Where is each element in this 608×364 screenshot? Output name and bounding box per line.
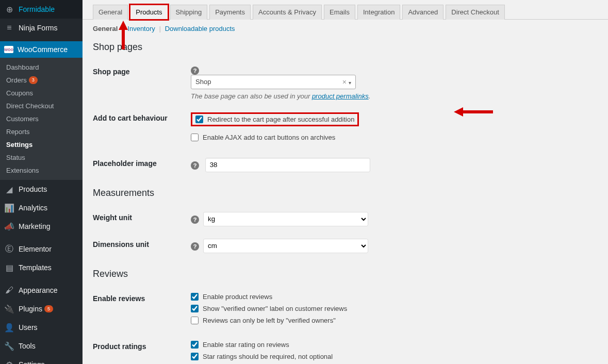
chart-icon: 📊 [4, 203, 14, 213]
submenu-extensions[interactable]: Extensions [0, 164, 83, 177]
wrench-icon: 🔧 [4, 341, 14, 351]
megaphone-icon: 📣 [4, 221, 14, 231]
star-rating-label: Enable star rating on reviews [203, 341, 289, 349]
label-dimensions-unit: Dimensions unit [83, 233, 186, 259]
help-icon[interactable]: ? [191, 161, 199, 170]
products-subtabs: General | Inventory | Downloadable produ… [93, 20, 608, 32]
annotation-arrow-checkbox [454, 107, 463, 117]
templates-icon: ▤ [4, 262, 14, 273]
settings-content: General Products Shipping Payments Accou… [83, 0, 608, 364]
section-title-shop-pages: Shop pages [93, 42, 608, 53]
tab-payments[interactable]: Payments [209, 5, 251, 20]
plugins-badge: 5 [44, 305, 53, 313]
shop-page-desc: The base page can also be used in your p… [191, 92, 603, 100]
woocommerce-icon: woo [4, 46, 13, 53]
weight-unit-select[interactable]: kg [203, 212, 368, 226]
sidebar-item-marketing[interactable]: 📣Marketing [0, 217, 83, 236]
submenu-dashboard[interactable]: Dashboard [0, 61, 83, 74]
enable-reviews-label: Enable product reviews [203, 293, 272, 301]
redirect-cart-checkbox[interactable] [195, 115, 203, 123]
star-required-checkbox[interactable] [191, 353, 199, 360]
user-icon: 👤 [4, 322, 14, 333]
tab-accounts-privacy[interactable]: Accounts & Privacy [253, 5, 322, 20]
admin-sidebar: ⊕Formidable ≡Ninja Forms wooWooCommerce … [0, 0, 83, 364]
ajax-cart-label: Enable AJAX add to cart buttons on archi… [203, 134, 335, 141]
star-required-label: Star ratings should be required, not opt… [203, 353, 333, 360]
placeholder-image-input[interactable] [205, 158, 370, 172]
annotation-arrow-tab [119, 21, 128, 30]
sidebar-item-tools[interactable]: 🔧Tools [0, 337, 83, 355]
tab-products[interactable]: Products [130, 5, 168, 20]
label-product-ratings: Product ratings [83, 335, 186, 364]
sidebar-item-ninja-forms[interactable]: ≡Ninja Forms [0, 19, 83, 37]
redirect-highlight: Redirect to the cart page after successf… [191, 112, 359, 126]
sidebar-item-appearance[interactable]: 🖌Appearance [0, 281, 83, 300]
sidebar-item-settings[interactable]: ⚙Settings [0, 355, 83, 364]
help-icon[interactable]: ? [191, 242, 199, 251]
submenu-orders[interactable]: Orders3 [0, 74, 83, 87]
formidable-icon: ⊕ [4, 4, 14, 14]
forms-icon: ≡ [4, 23, 14, 33]
label-shop-page: Shop page [83, 60, 186, 106]
subtab-general[interactable]: General [93, 25, 118, 32]
tab-general[interactable]: General [93, 5, 128, 20]
section-title-reviews: Reviews [93, 269, 608, 279]
submenu-status[interactable]: Status [0, 151, 83, 164]
elementor-icon: Ⓔ [4, 244, 14, 254]
tab-direct-checkout[interactable]: Direct Checkout [446, 5, 504, 20]
sidebar-item-users[interactable]: 👤Users [0, 318, 83, 337]
verified-label-label: Show "verified owner" label on customer … [203, 305, 347, 312]
redirect-cart-label: Redirect to the cart page after successf… [207, 115, 354, 123]
subtab-downloadable[interactable]: Downloadable products [165, 25, 235, 32]
submenu-direct-checkout[interactable]: Direct Checkout [0, 100, 83, 112]
ajax-cart-checkbox[interactable] [191, 134, 199, 141]
section-title-measurements: Measurements [93, 188, 608, 198]
dimensions-unit-select[interactable]: cm [203, 239, 368, 253]
help-icon[interactable]: ? [191, 67, 199, 75]
sidebar-item-templates[interactable]: ▤Templates [0, 258, 83, 277]
tab-shipping[interactable]: Shipping [170, 5, 208, 20]
woocommerce-submenu: Dashboard Orders3 Coupons Direct Checkou… [0, 58, 83, 180]
products-icon: ◢ [4, 184, 14, 194]
label-placeholder-image: Placeholder image [83, 152, 186, 178]
submenu-customers[interactable]: Customers [0, 112, 83, 125]
label-enable-reviews: Enable reviews [83, 287, 186, 335]
star-rating-checkbox[interactable] [191, 341, 199, 349]
permalinks-link[interactable]: product permalinks [312, 92, 369, 100]
tab-advanced[interactable]: Advanced [402, 5, 443, 20]
gear-icon: ⚙ [4, 359, 14, 364]
label-weight-unit: Weight unit [83, 206, 186, 233]
sidebar-item-products[interactable]: ◢Products [0, 180, 83, 198]
sidebar-item-elementor[interactable]: ⒺElementor [0, 240, 83, 258]
tab-emails[interactable]: Emails [324, 5, 355, 20]
clear-icon[interactable]: × [342, 78, 347, 86]
submenu-settings[interactable]: Settings [0, 138, 83, 151]
verified-label-checkbox[interactable] [191, 305, 199, 312]
sidebar-item-formidable[interactable]: ⊕Formidable [0, 0, 83, 19]
orders-badge: 3 [29, 76, 38, 84]
chevron-down-icon: ▾ [349, 80, 351, 86]
brush-icon: 🖌 [4, 285, 14, 295]
verified-only-label: Reviews can only be left by "verified ow… [203, 317, 336, 324]
subtab-inventory[interactable]: Inventory [127, 25, 155, 32]
enable-reviews-checkbox[interactable] [191, 293, 199, 301]
plugin-icon: 🔌 [4, 304, 14, 314]
sidebar-item-woocommerce[interactable]: wooWooCommerce [0, 41, 83, 58]
label-add-to-cart: Add to cart behaviour [83, 106, 186, 152]
sidebar-item-analytics[interactable]: 📊Analytics [0, 198, 83, 217]
verified-only-checkbox[interactable] [191, 317, 199, 324]
submenu-reports[interactable]: Reports [0, 125, 83, 138]
shop-page-select[interactable]: Shop ×▾ [191, 75, 356, 89]
help-icon[interactable]: ? [191, 216, 199, 224]
settings-tabs: General Products Shipping Payments Accou… [83, 0, 608, 20]
submenu-coupons[interactable]: Coupons [0, 87, 83, 100]
sidebar-item-plugins[interactable]: 🔌Plugins5 [0, 300, 83, 318]
tab-integration[interactable]: Integration [357, 5, 400, 20]
